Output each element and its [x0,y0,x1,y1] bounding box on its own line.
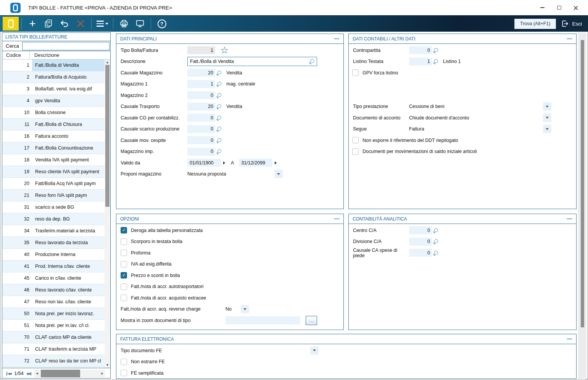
centro-ca-field[interactable]: 0 [409,226,432,234]
list-item[interactable]: 41 Prod. Interna c/lav. cliente [2,261,105,272]
search-icon[interactable] [433,48,438,53]
option-checkbox[interactable] [121,295,127,301]
main-scrollbar[interactable] [578,32,586,379]
list-item[interactable]: 3 Bolla/fatt. vend. iva esig.dif [2,83,105,95]
chevron-down-icon[interactable] [274,170,283,178]
chevron-down-icon[interactable] [543,102,551,111]
copy-button[interactable] [40,17,56,31]
causale-cespite-field[interactable]: 0 [187,136,215,144]
scroll-up-icon[interactable] [105,60,110,65]
list-item[interactable]: 34 Trasferim.materiali a terzista [2,225,105,237]
new-button[interactable] [24,17,40,31]
list-item[interactable]: 72 CLAF reso lav da ter con MP cl [2,355,105,367]
search-icon[interactable] [433,239,438,244]
list-item[interactable]: 17 Fatt./Bolla Consuntivazione [2,142,105,154]
option-checkbox[interactable] [121,283,127,290]
undo-button[interactable] [56,17,72,31]
last-page-icon[interactable] [27,372,31,375]
zoom-documenti-input[interactable] [226,316,300,324]
movimentazioni-saldo-checkbox[interactable] [352,148,359,155]
list-item[interactable]: 31 scarico a sede BG [2,201,105,213]
list-item[interactable]: 1 Fatt./Bolla di Vendita [2,60,105,71]
search-icon[interactable] [216,70,222,76]
search-icon[interactable] [216,104,222,109]
first-page-icon[interactable] [6,372,11,375]
favorite-star-icon[interactable] [220,45,229,55]
list-item[interactable]: 50 Nota prel. per inizio lavoraz. [2,308,105,320]
list-item[interactable]: 46 Reso lavorato c/lav. cliente [2,284,105,296]
valido-da-field[interactable]: 01/01/1900 [187,159,221,167]
delete-button[interactable] [72,17,89,31]
descrizione-input[interactable]: Fatt./Bolla di Vendita [187,57,317,66]
main-scrollbar-thumb[interactable] [581,40,584,327]
option-checkbox[interactable] [121,261,127,267]
causale-trasporto-field[interactable]: 20 [187,103,215,111]
list-scrollbar[interactable] [105,60,110,368]
scroll-down-icon[interactable] [105,362,110,368]
chevron-down-icon[interactable] [543,114,551,122]
chevron-down-icon[interactable] [310,346,319,355]
list-item[interactable]: 71 CLAF trasferim a terzista MP [2,343,105,355]
search-icon[interactable] [216,115,222,121]
list-item[interactable]: 10 Bolla c/visione [2,107,105,119]
column-header-descrizione[interactable]: Descrizione [30,53,59,58]
list-item[interactable]: 18 Vendita IVA split payment [2,154,105,166]
list-item[interactable]: 32 reso da dep. BG [2,213,105,225]
causale-magazzino-field[interactable]: 20 [187,69,215,77]
hscrollbar-thumb[interactable] [41,370,80,377]
non-esporre-ddt-checkbox[interactable] [352,137,359,143]
help-button[interactable] [154,17,170,31]
trova-button[interactable]: Trova (Alt+F1) [514,19,556,29]
magazzino2-field[interactable]: 0 [187,91,215,99]
search-icon[interactable] [216,93,222,98]
list-item[interactable]: 2 Fattura/Bolla di Acquisto [2,71,105,83]
list-item[interactable]: 19 Reso cliente IVA split payment [2,166,105,178]
date-picker-icon[interactable] [223,161,225,164]
scroll-left-icon[interactable] [34,370,40,377]
maximize-button[interactable] [551,1,567,14]
option-checkbox[interactable] [121,272,127,279]
search-icon[interactable] [309,59,314,64]
scrollbar-thumb[interactable] [105,65,110,207]
search-icon[interactable] [433,228,438,233]
contropartita-field[interactable]: 0 [409,46,432,54]
date-picker-icon[interactable] [275,161,277,164]
option-checkbox[interactable] [121,227,127,233]
screen-preview-button[interactable] [132,17,148,31]
fe-semplificata-checkbox[interactable] [121,370,127,376]
magazzino1-field[interactable]: 1 [187,80,215,88]
option-checkbox[interactable] [121,250,127,256]
list-item[interactable]: 47 Reso non lav. c/lav. cliente [2,296,105,308]
collapse-icon[interactable] [567,38,572,39]
list-item[interactable]: 35 Reso lavorato da terzista [2,237,105,249]
list-item[interactable]: 51 Nota prel. per in.lav. c/l cl. [2,320,105,332]
collapse-icon[interactable] [567,218,572,219]
minimize-button[interactable] [534,1,551,14]
non-estrarre-fe-checkbox[interactable] [121,359,127,365]
chevron-down-icon[interactable] [543,125,551,133]
search-input[interactable] [22,42,110,50]
app-toolbar-button[interactable] [3,17,19,31]
ellipsis-button[interactable]: ... [306,316,317,325]
list-item[interactable]: 16 Fattura acconto [2,130,105,142]
search-icon[interactable] [216,81,222,87]
horizontal-scrollbar[interactable] [34,370,105,377]
list-item[interactable]: 21 Reso forn IVA split paym [2,190,105,201]
search-icon[interactable] [216,138,222,143]
column-header-codice[interactable]: Codice [2,51,30,59]
option-checkbox[interactable] [121,238,127,245]
list-item[interactable]: 45 Carico in c/lav. cliente [2,272,105,284]
list-item[interactable]: 20 Fatt/Bolla Acq IVA split paym [2,178,105,190]
list-item[interactable]: 70 CLAF carico MP da cliente [2,332,105,343]
listino-testata-field[interactable]: 1 [409,58,432,66]
collapse-icon[interactable] [334,38,340,39]
search-icon[interactable] [433,250,438,256]
search-icon[interactable] [216,126,222,132]
causale-cg-field[interactable]: 0 [187,114,215,122]
causale-ca-field[interactable]: 0 [409,249,432,257]
scroll-right-icon[interactable] [100,370,105,377]
list-item[interactable]: 4 gpv Vendita [2,95,105,107]
close-button[interactable] [567,1,584,14]
gpv-forza-listino-checkbox[interactable] [352,69,359,76]
list-item[interactable]: 11 Fatt./Bolla di Chiusura [2,119,105,130]
